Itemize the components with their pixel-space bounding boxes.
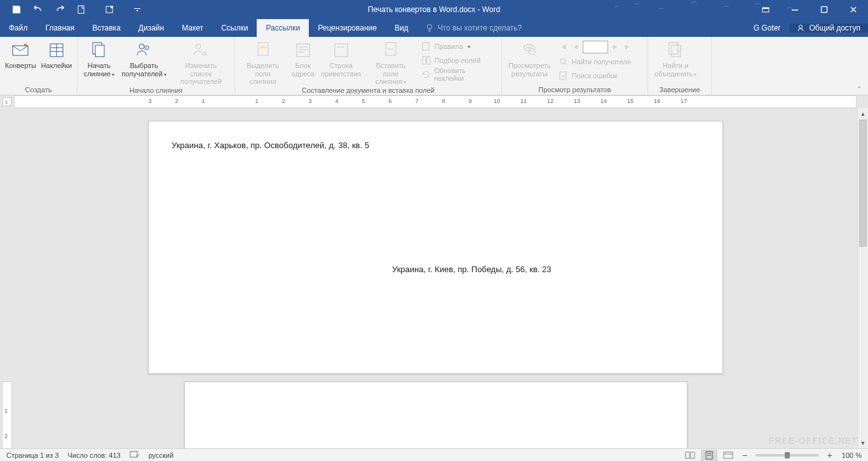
svg-rect-0	[78, 6, 84, 13]
collapse-ribbon-icon[interactable]: ⌃	[853, 84, 865, 93]
recipient-address[interactable]: Украина, г. Киев, пр. Победы, д. 56, кв.…	[392, 265, 552, 274]
svg-rect-29	[423, 43, 429, 50]
finish-icon	[665, 40, 686, 60]
tab-file[interactable]: Файл	[0, 19, 37, 37]
tab-review[interactable]: Рецензирование	[309, 19, 386, 37]
print-layout-button[interactable]	[701, 450, 717, 461]
envelope-icon	[10, 40, 31, 60]
status-bar: Страница 1 из 3 Число слов: 413 русский …	[0, 448, 868, 461]
sender-address[interactable]: Украина, г. Харьков, пр. Освободителей, …	[172, 141, 369, 150]
redo-icon[interactable]	[50, 1, 70, 18]
insert-field-icon	[381, 40, 401, 60]
svg-line-37	[565, 63, 567, 65]
web-layout-button[interactable]	[720, 450, 736, 461]
read-mode-button[interactable]	[682, 450, 698, 461]
page-2[interactable]	[184, 382, 688, 448]
svg-rect-22	[297, 44, 309, 57]
svg-point-36	[560, 58, 566, 64]
share-icon	[796, 24, 805, 32]
svg-point-19	[196, 44, 201, 49]
ribbon: Конверты Наклейки Создать Начать слияние…	[0, 37, 868, 95]
spell-check-icon[interactable]	[130, 450, 140, 460]
highlight-icon	[253, 40, 273, 60]
match-icon	[421, 55, 431, 65]
insert-merge-field-button: Вставить поле слияния▾	[364, 38, 417, 86]
start-merge-button[interactable]: Начать слияние▾	[80, 38, 118, 78]
close-icon[interactable]	[839, 0, 868, 19]
tab-design[interactable]: Дизайн	[130, 19, 173, 37]
record-number-input[interactable]	[583, 41, 608, 53]
document-area: 1 2 Украина, г. Харьков, пр. Освободител…	[0, 108, 868, 448]
select-recipients-button[interactable]: Выбрать получателей▾	[118, 38, 170, 78]
share-button[interactable]: Общий доступ	[788, 24, 868, 32]
ribbon-display-icon[interactable]	[751, 0, 780, 19]
minimize-icon[interactable]	[780, 0, 810, 19]
svg-rect-5	[792, 10, 798, 11]
word-count[interactable]: Число слов: 413	[67, 451, 120, 459]
undo-icon[interactable]	[28, 1, 48, 18]
match-fields-button: Подбор полей	[417, 53, 499, 67]
title-bar: Печать конвертов в Word.docx - Word	[0, 0, 868, 19]
start-merge-icon	[89, 40, 109, 60]
vertical-ruler[interactable]: 1 2	[2, 382, 12, 448]
new-doc-icon[interactable]	[71, 1, 92, 18]
scroll-down-icon[interactable]: ▼	[858, 437, 868, 448]
ribbon-tabs: Файл Главная Вставка Дизайн Макет Ссылки…	[0, 19, 868, 37]
tell-me[interactable]: Что вы хотите сделать?	[417, 19, 522, 37]
first-record-button	[557, 41, 569, 53]
svg-point-2	[111, 6, 113, 8]
svg-rect-6	[822, 7, 827, 13]
page-indicator[interactable]: Страница 1 из 3	[6, 451, 58, 459]
zoom-slider[interactable]	[756, 454, 819, 457]
scroll-thumb[interactable]	[859, 120, 867, 247]
svg-point-8	[799, 25, 803, 29]
zoom-level[interactable]: 100 %	[842, 451, 862, 459]
tab-layout[interactable]: Макет	[173, 19, 212, 37]
svg-rect-42	[686, 452, 689, 458]
check-errors-button: Поиск ошибок	[555, 69, 636, 83]
touch-mode-icon[interactable]	[99, 1, 119, 18]
tab-view[interactable]: Вид	[386, 19, 417, 37]
group-compose: Составление документа и вставка полей	[235, 86, 501, 95]
group-start-merge: Начало слияния	[78, 86, 234, 95]
preview-results-button: ABC Просмотреть результаты	[505, 38, 555, 78]
horizontal-ruler[interactable]: 3211234567891011121314151617	[14, 95, 857, 108]
svg-rect-47	[724, 452, 733, 458]
rules-icon	[421, 41, 431, 52]
lightbulb-icon	[425, 24, 434, 32]
tab-references[interactable]: Ссылки	[212, 19, 257, 37]
tab-selector[interactable]: L	[3, 97, 11, 106]
svg-point-7	[427, 25, 431, 29]
scroll-up-icon[interactable]: ▲	[858, 108, 868, 119]
labels-button[interactable]: Наклейки	[39, 38, 74, 70]
svg-rect-4	[763, 8, 769, 9]
zoom-in-button[interactable]: +	[824, 450, 836, 461]
highlight-fields-button: Выделить поля слияния	[238, 38, 288, 86]
maximize-icon[interactable]	[810, 0, 839, 19]
group-finish: Завершение	[648, 85, 711, 95]
finish-merge-button: Найти и объединить▾	[651, 38, 700, 78]
tab-home[interactable]: Главная	[37, 19, 84, 37]
user-name[interactable]: G Goter	[746, 24, 789, 32]
svg-rect-21	[260, 46, 266, 48]
window-title: Печать конвертов в Word.docx - Word	[368, 5, 500, 14]
qat-customize-icon[interactable]	[127, 1, 147, 18]
zoom-out-button[interactable]: −	[739, 450, 750, 461]
last-record-button	[622, 41, 634, 53]
save-icon[interactable]	[6, 1, 27, 18]
svg-point-18	[145, 46, 149, 50]
page-1[interactable]: Украина, г. Харьков, пр. Освободителей, …	[148, 121, 723, 374]
language-indicator[interactable]: русский	[149, 451, 173, 459]
svg-rect-26	[335, 44, 348, 57]
address-icon	[293, 40, 313, 60]
tab-insert[interactable]: Вставка	[83, 19, 130, 37]
find-recipient-button: Найти получателя	[555, 55, 636, 69]
svg-point-17	[139, 44, 144, 49]
svg-rect-31	[427, 57, 430, 64]
vertical-scrollbar[interactable]: ▲ ▼	[857, 108, 868, 448]
rules-button: Правила▾	[417, 39, 499, 53]
tab-mailings[interactable]: Рассылки	[257, 19, 309, 37]
svg-rect-10	[24, 44, 27, 46]
envelopes-button[interactable]: Конверты	[3, 38, 39, 70]
ruler-area: L 3211234567891011121314151617	[0, 95, 868, 108]
